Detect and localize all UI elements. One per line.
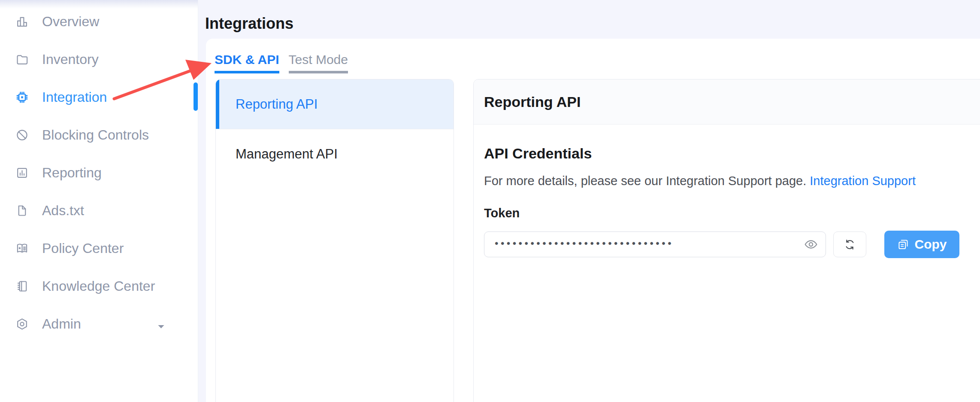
bar-chart-icon (15, 15, 29, 28)
folder-icon (15, 53, 29, 66)
sidebar-item-overview[interactable]: Overview (0, 3, 198, 40)
sidebar-item-inventory[interactable]: Inventory (0, 40, 198, 78)
sidebar-nav-list: Overview Inventory Int (0, 3, 198, 343)
sidebar-item-label: Admin (42, 316, 81, 332)
detail-panel-title: Reporting API (484, 94, 581, 110)
eye-icon (804, 238, 818, 251)
list-item-reporting-api[interactable]: Reporting API (216, 79, 454, 129)
block-icon (15, 128, 29, 142)
section-description: For more details, please see our Integra… (484, 174, 964, 188)
list-item-management-api[interactable]: Management API (216, 129, 454, 179)
detail-panel: Reporting API API Credentials For more d… (473, 79, 980, 402)
report-chart-icon (15, 166, 29, 180)
api-list-card: Reporting API Management API (215, 79, 454, 402)
tab-test-mode[interactable]: Test Mode (289, 52, 348, 73)
sidebar-item-ads-txt[interactable]: Ads.txt (0, 192, 198, 229)
sidebar-item-knowledge-center[interactable]: Knowledge Center (0, 267, 198, 305)
masked-token-value: •••••••••••••••••••••••••••••• (495, 238, 674, 249)
copy-icon (897, 238, 909, 250)
copy-token-button[interactable]: Copy (884, 231, 959, 258)
chevron-down-icon (154, 320, 163, 329)
token-label: Token (484, 206, 964, 220)
detail-panel-body: API Credentials For more details, please… (474, 145, 980, 258)
copy-button-label: Copy (915, 237, 947, 252)
list-item-label: Management API (236, 146, 338, 162)
refresh-icon (844, 239, 856, 250)
description-text: For more details, please see our Integra… (484, 174, 806, 188)
page-title: Integrations (205, 15, 293, 33)
toggle-token-visibility-button[interactable] (804, 238, 818, 251)
sidebar-active-indicator (194, 82, 198, 111)
regenerate-token-button[interactable] (833, 231, 866, 257)
sidebar-item-integration[interactable]: Integration (0, 78, 198, 116)
sidebar-item-label: Ads.txt (42, 203, 84, 219)
tab-sdk-api[interactable]: SDK & API (215, 52, 279, 73)
notebook-icon (15, 280, 29, 293)
sidebar-item-label: Inventory (42, 52, 99, 67)
file-icon (15, 204, 29, 217)
sidebar-item-label: Reporting (42, 165, 102, 181)
sidebar-item-policy-center[interactable]: Policy Center (0, 229, 198, 267)
sidebar-item-label: Overview (42, 14, 99, 30)
token-row: •••••••••••••••••••••••••••••• (484, 231, 964, 258)
sidebar-item-label: Blocking Controls (42, 127, 149, 143)
list-item-label: Reporting API (236, 97, 318, 112)
sidebar-item-admin[interactable]: Admin (0, 305, 198, 343)
sidebar-item-reporting[interactable]: Reporting (0, 154, 198, 192)
token-input[interactable]: •••••••••••••••••••••••••••••• (484, 231, 826, 257)
policy-badge-icon (15, 242, 29, 255)
admin-hexagon-icon (15, 317, 29, 331)
integration-support-link[interactable]: Integration Support (810, 174, 916, 188)
detail-panel-header: Reporting API (474, 79, 980, 125)
sidebar: Overview Inventory Int (0, 0, 198, 402)
chip-icon (15, 91, 29, 104)
tab-bar: SDK & API Test Mode (215, 52, 348, 73)
sidebar-item-label: Integration (42, 89, 107, 105)
sidebar-item-blocking-controls[interactable]: Blocking Controls (0, 116, 198, 154)
sidebar-item-label: Policy Center (42, 241, 124, 256)
active-item-accent-bar (216, 79, 219, 129)
sidebar-item-label: Knowledge Center (42, 278, 155, 294)
app-window: Overview Inventory Int (0, 0, 980, 402)
section-title: API Credentials (484, 145, 964, 162)
